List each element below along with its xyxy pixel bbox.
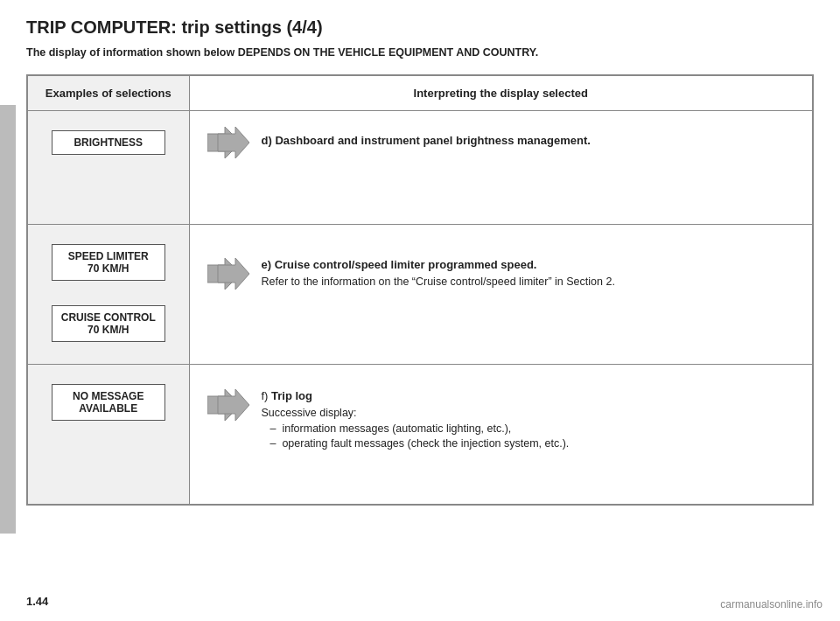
table-row: BRIGHTNESS d) Dashboard and instrument p…	[27, 111, 813, 225]
row-speed-left: SPEED LIMITER70 KM/H CRUISE CONTROL70 KM…	[27, 225, 189, 365]
triplog-successive: Successive display:	[262, 407, 795, 419]
left-accent-bar	[0, 105, 16, 534]
svg-marker-1	[218, 127, 249, 158]
svg-marker-3	[218, 258, 249, 290]
brightness-box: BRIGHTNESS	[52, 130, 165, 155]
page-subtitle: The display of information shown below D…	[26, 46, 814, 59]
header-interpreting-text: Interpreting the display selected	[414, 87, 588, 100]
speed-limiter-box: SPEED LIMITER70 KM/H	[52, 244, 165, 281]
row-speed-right: e) Cruise control/speed limiter programm…	[189, 225, 813, 365]
speed-normal: Refer to the information on the “Cruise …	[262, 276, 795, 288]
header-examples: Examples of selections	[27, 75, 189, 111]
svg-marker-5	[218, 389, 249, 421]
double-arrow-icon	[207, 258, 249, 290]
main-content-table: Examples of selections Interpreting the …	[26, 74, 814, 506]
table-row: NO MESSAGEAVAILABLE f) Trip log Successi…	[27, 365, 813, 505]
row-triplog-left: NO MESSAGEAVAILABLE	[27, 365, 189, 505]
watermark: carmanualsonline.info	[720, 598, 822, 611]
triplog-list-item: – information messages (automatic lighti…	[270, 422, 795, 435]
double-arrow-icon	[207, 389, 249, 421]
double-arrow-icon	[207, 127, 249, 158]
row-triplog-right: f) Trip log Successive display: – inform…	[189, 365, 813, 505]
header-examples-text: Examples of selections	[46, 87, 172, 100]
brightness-description: d) Dashboard and instrument panel bright…	[262, 134, 795, 147]
no-message-box: NO MESSAGEAVAILABLE	[52, 384, 165, 421]
cruise-control-box: CRUISE CONTROL70 KM/H	[52, 305, 165, 342]
header-interpreting: Interpreting the display selected	[189, 75, 813, 111]
triplog-bold: f) Trip log	[262, 389, 795, 402]
table-row: SPEED LIMITER70 KM/H CRUISE CONTROL70 KM…	[27, 225, 813, 365]
speed-bold: e) Cruise control/speed limiter programm…	[262, 258, 795, 271]
page-number: 1.44	[26, 595, 48, 608]
row-brightness-right: d) Dashboard and instrument panel bright…	[189, 111, 813, 225]
page-title: TRIP COMPUTER: trip settings (4/4)	[26, 17, 814, 38]
row-brightness-left: BRIGHTNESS	[27, 111, 189, 225]
triplog-list-item: – operating fault messages (check the in…	[270, 437, 795, 450]
